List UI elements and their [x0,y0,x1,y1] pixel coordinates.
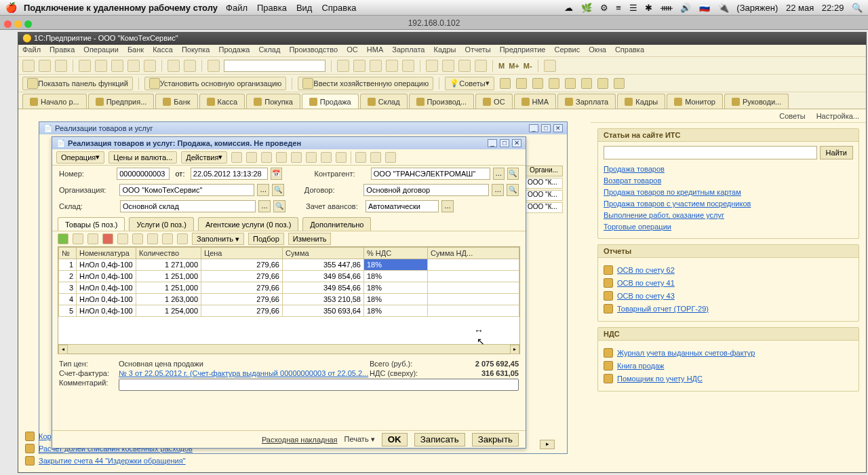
dtb-icon[interactable] [246,152,257,163]
toolbar-paste-icon[interactable] [111,60,123,72]
tray-time[interactable]: 22:29 [822,3,844,13]
menu-enterprise[interactable]: Предприятие [500,45,546,54]
grid-cell[interactable]: 279,66 [201,294,283,305]
tab-additional[interactable]: Дополнительно [302,217,371,231]
grid-cell[interactable]: 355 447,86 [283,259,364,271]
tab-services[interactable]: Услуги (0 поз.) [129,217,193,231]
field-number[interactable] [117,168,170,180]
grid-cell[interactable]: НлОл 0,4ф-100 [77,305,136,317]
its-link[interactable]: Торговые операции [604,223,853,231]
grid-cell[interactable] [428,294,519,305]
date-picker-button[interactable]: 📅 [271,168,282,180]
open-warehouse-button[interactable]: 🔍 [273,200,285,212]
toolbar-mminus-button[interactable]: M- [524,62,532,70]
grid-col-header[interactable]: Сумма [283,248,364,259]
its-search-input[interactable] [604,146,817,159]
toolbar-icon[interactable] [458,60,471,72]
write-button[interactable]: Записать [414,433,465,446]
tips-link[interactable]: Советы [778,112,805,120]
nav-tab[interactable]: Кадры [617,94,665,109]
grid-cell[interactable]: 1 251,000 [136,271,201,282]
nav-tab[interactable]: Предприя... [88,94,155,109]
grid-delete-icon[interactable] [102,233,113,244]
window-traffic-lights[interactable] [4,18,35,33]
toolbar-icon[interactable] [370,60,382,72]
tray-icon[interactable]: ᚔ [660,3,673,13]
tray-icon[interactable]: ≡ [616,3,621,13]
grid-cell[interactable] [428,259,519,271]
toolbar-icon[interactable] [544,60,556,72]
dtb-icon[interactable] [276,152,287,163]
nav-tab[interactable]: Руководи... [724,94,789,109]
maximize-button[interactable]: □ [541,124,551,132]
menu-operations[interactable]: Операции [83,45,118,54]
tb2-icon[interactable] [532,78,543,89]
toolbar-icon[interactable] [353,60,366,72]
tb2-icon[interactable] [581,78,592,89]
toolbar-icon[interactable] [127,60,140,72]
grid-cell[interactable]: 18% [364,305,428,317]
mac-menu-file[interactable]: Файл [226,3,248,13]
grid-row[interactable]: 3НлОл 0,4ф-1001 251,000279,66349 854,661… [59,282,519,294]
grid-cell[interactable]: 3 [59,282,77,294]
dialog-maximize-button[interactable]: □ [500,139,509,147]
tray-power-icon[interactable]: 🔌 [718,3,729,13]
menu-purchase[interactable]: Покупка [182,45,210,54]
toolbar-search-icon[interactable] [208,60,220,72]
field-contract[interactable] [363,184,489,196]
nav-tab[interactable]: Касса [199,94,245,109]
toolbar-back-icon[interactable] [167,60,180,72]
toolbar-open-icon[interactable] [39,60,51,72]
its-link[interactable]: Возврат товаров [604,176,853,185]
toolbar-icon[interactable] [144,60,156,72]
toolbar-m-button[interactable]: M [498,62,505,70]
dtb-icon[interactable] [231,152,242,163]
scroll-left-icon[interactable]: ◂ [58,345,68,354]
tb2-icon[interactable] [614,78,625,89]
toolbar-search-combo[interactable] [224,60,326,72]
grid-row[interactable]: 4НлОл 0,4ф-1001 263,000279,66353 210,581… [59,294,519,305]
dtb-icon[interactable] [306,152,317,163]
apple-menu-icon[interactable]: 🍎 [5,2,17,13]
nav-tab[interactable]: Производ... [409,94,475,109]
menu-production[interactable]: Производство [289,45,338,54]
grid-cell[interactable]: 1 251,000 [136,282,201,294]
grid-cell[interactable] [428,282,519,294]
nav-tab[interactable]: НМА [514,94,556,109]
close-button[interactable]: ✕ [553,124,563,132]
prices-button[interactable]: Цены и валюта... [108,151,177,164]
grid-row[interactable]: 5НлОл 0,4ф-1001 254,000279,66350 693,641… [59,305,519,317]
field-date[interactable] [191,168,268,180]
select-org-button[interactable]: … [257,184,269,196]
grid-cell[interactable]: 18% [364,271,428,282]
invoice-link[interactable]: № 3 от 22.05.2012 г. (Счет-фактура выдан… [119,369,368,377]
grid-cell[interactable]: 5 [59,305,77,317]
nav-tab[interactable]: Зарплата [557,94,616,109]
open-org-button[interactable]: 🔍 [272,184,284,196]
settings-link[interactable]: Настройка... [815,112,859,120]
tray-icon[interactable]: 🌿 [581,3,592,13]
grid-col-header[interactable]: № [59,248,77,259]
its-link[interactable]: Продажа товаров по кредитным картам [604,188,853,196]
dtb-icon[interactable] [291,152,302,163]
tray-icon[interactable]: ✱ [645,3,652,13]
grid-fill-button[interactable]: Заполнить ▾ [192,233,244,245]
dialog-close-button[interactable]: ✕ [512,139,521,147]
tray-icon[interactable]: ☰ [629,3,637,13]
select-warehouse-button[interactable]: … [258,200,271,212]
spotlight-icon[interactable]: 🔍 [852,3,863,13]
grid-cell[interactable]: НлОл 0,4ф-100 [77,294,136,305]
actions-menu-button[interactable]: Действия ▾ [181,151,227,164]
select-contragent-button[interactable]: … [493,168,505,180]
grid-col-header[interactable]: Номенклатура [77,248,136,259]
bg-cell[interactable]: ООО "К... [525,178,563,189]
grid-cell[interactable]: 4 [59,294,77,305]
toolbar-icon[interactable] [337,60,349,72]
toolbar-mplus-button[interactable]: M+ [509,62,519,70]
select-contract-button[interactable]: … [492,184,504,196]
grid-col-header[interactable]: Количество [136,248,201,259]
nav-tab[interactable]: Продажа [302,94,359,109]
menu-reports[interactable]: Отчеты [465,45,491,54]
tb2-icon[interactable] [597,78,608,89]
grid-cell[interactable] [428,271,519,282]
